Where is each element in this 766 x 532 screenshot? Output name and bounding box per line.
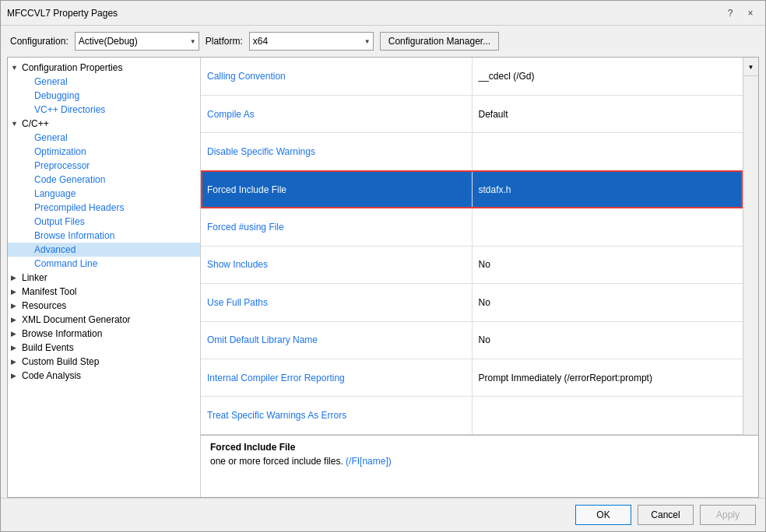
prop-name-error-report: Internal Compiler Error Reporting xyxy=(201,359,472,397)
cancel-button[interactable]: Cancel xyxy=(638,505,694,525)
tree-item-label: Language xyxy=(34,188,76,199)
tree-item-label: Resources xyxy=(22,300,66,311)
tree-expand-icon: ▶ xyxy=(11,302,20,310)
tree-item-label: Optimization xyxy=(34,146,86,157)
tree-item-linker[interactable]: ▶Linker xyxy=(8,271,200,285)
tree-item-browse-info[interactable]: ▶Browse Information xyxy=(8,327,200,341)
prop-value-error-report: Prompt Immediately (/errorReport:prompt) xyxy=(472,359,743,397)
tree-item-label: Command Line xyxy=(34,258,97,269)
tree-item-label: Browse Information xyxy=(34,230,114,241)
tree-expand-icon: ▶ xyxy=(11,344,20,352)
tree-item-cpp-output[interactable]: Output Files xyxy=(8,215,200,229)
desc-panel: Forced Include File one or more forced i… xyxy=(201,435,758,497)
tree-item-cpp-pch[interactable]: Precompiled Headers xyxy=(8,201,200,215)
props-row-error-report[interactable]: Internal Compiler Error ReportingPrompt … xyxy=(201,359,743,397)
props-table-wrapper: Calling Convention__cdecl (/Gd)Compile A… xyxy=(201,58,758,435)
title-bar: MFCCVL7 Property Pages ? × xyxy=(1,1,765,26)
prop-name-calling-conv: Calling Convention xyxy=(201,58,472,95)
props-panel: Calling Convention__cdecl (/Gd)Compile A… xyxy=(201,58,758,497)
tree-item-label: Browse Information xyxy=(22,328,102,339)
tree-item-label: Manifest Tool xyxy=(22,286,76,297)
tree-item-label: Custom Build Step xyxy=(22,356,99,367)
tree-item-vc-dirs[interactable]: VC++ Directories xyxy=(8,103,200,117)
tree-item-resources[interactable]: ▶Resources xyxy=(8,299,200,313)
dropdown-side: ▼ xyxy=(743,58,758,435)
ok-button[interactable]: OK xyxy=(575,505,631,525)
tree-expand-icon: ▶ xyxy=(11,372,20,380)
tree-item-cpp-preproc[interactable]: Preprocessor xyxy=(8,159,200,173)
tree-panel: ▼Configuration PropertiesGeneralDebuggin… xyxy=(8,58,201,497)
props-row-disable-warn[interactable]: Disable Specific Warnings xyxy=(201,133,743,170)
tree-item-cpp[interactable]: ▼C/C++ xyxy=(8,117,200,131)
prop-name-compile-as: Compile As xyxy=(201,95,472,132)
tree-expand-icon: ▶ xyxy=(11,288,20,296)
prop-name-full-paths: Use Full Paths xyxy=(201,284,472,321)
dialog-title: MFCCVL7 Property Pages xyxy=(7,8,118,19)
config-select[interactable]: Active(Debug) xyxy=(75,32,199,51)
tree-expand-icon: ▶ xyxy=(11,358,20,366)
tree-expand-icon: ▶ xyxy=(11,330,20,338)
config-select-wrapper: Active(Debug) xyxy=(75,32,199,51)
tree-item-label: C/C++ xyxy=(22,118,49,129)
tree-item-manifest[interactable]: ▶Manifest Tool xyxy=(8,285,200,299)
tree-item-label: XML Document Generator xyxy=(22,314,131,325)
prop-value-calling-conv: __cdecl (/Gd) xyxy=(472,58,743,95)
tree-item-cpp-advanced[interactable]: Advanced xyxy=(8,243,200,257)
tree-expand-icon: ▶ xyxy=(11,274,20,282)
prop-name-show-includes: Show Includes xyxy=(201,246,472,283)
tree-item-label: Advanced xyxy=(34,244,76,255)
platform-select[interactable]: x64 xyxy=(249,32,374,51)
property-pages-dialog: MFCCVL7 Property Pages ? × Configuration… xyxy=(0,0,766,532)
prop-name-omit-default: Omit Default Library Name xyxy=(201,321,472,359)
tree-item-cpp-codegen[interactable]: Code Generation xyxy=(8,173,200,187)
tree-item-label: Preprocessor xyxy=(34,160,90,171)
tree-item-label: General xyxy=(34,76,68,87)
desc-text: one or more forced include files. xyxy=(210,456,343,467)
tree-item-debugging[interactable]: Debugging xyxy=(8,89,200,103)
prop-value-treat-warn xyxy=(472,397,743,435)
platform-select-wrapper: x64 xyxy=(249,32,374,51)
prop-value-omit-default: No xyxy=(472,321,743,359)
tree-item-config-props[interactable]: ▼Configuration Properties xyxy=(8,61,200,75)
tree-item-label: General xyxy=(34,132,68,143)
tree-item-cpp-lang[interactable]: Language xyxy=(8,187,200,201)
tree-item-code-analysis[interactable]: ▶Code Analysis xyxy=(8,369,200,383)
tree-item-general[interactable]: General xyxy=(8,75,200,89)
prop-value-disable-warn xyxy=(472,133,743,170)
prop-name-forced-include: Forced Include File xyxy=(201,170,472,208)
tree-item-xml-doc[interactable]: ▶XML Document Generator xyxy=(8,313,200,327)
props-row-show-includes[interactable]: Show IncludesNo xyxy=(201,246,743,283)
tree-item-cpp-opt[interactable]: Optimization xyxy=(8,145,200,159)
prop-value-show-includes: No xyxy=(472,246,743,283)
config-label: Configuration: xyxy=(10,36,69,47)
tree-item-label: Precompiled Headers xyxy=(34,202,124,213)
props-row-calling-conv[interactable]: Calling Convention__cdecl (/Gd) xyxy=(201,58,743,95)
props-row-full-paths[interactable]: Use Full PathsNo xyxy=(201,284,743,321)
desc-title: Forced Include File xyxy=(210,442,749,453)
props-row-treat-warn[interactable]: Treat Specific Warnings As Errors xyxy=(201,397,743,435)
props-row-omit-default[interactable]: Omit Default Library NameNo xyxy=(201,321,743,359)
prop-value-compile-as: Default xyxy=(472,95,743,132)
tree-item-cpp-browse[interactable]: Browse Information xyxy=(8,229,200,243)
tree-item-cpp-general[interactable]: General xyxy=(8,131,200,145)
tree-item-custom-build[interactable]: ▶Custom Build Step xyxy=(8,355,200,369)
props-row-forced-using[interactable]: Forced #using File xyxy=(201,208,743,246)
config-manager-button[interactable]: Configuration Manager... xyxy=(380,32,499,51)
tree-expand-icon: ▼ xyxy=(11,64,20,72)
prop-value-full-paths: No xyxy=(472,284,743,321)
tree-item-label: Configuration Properties xyxy=(22,62,122,73)
props-row-compile-as[interactable]: Compile AsDefault xyxy=(201,95,743,132)
props-row-forced-include[interactable]: Forced Include Filestdafx.h xyxy=(201,170,743,208)
close-button[interactable]: × xyxy=(742,5,759,22)
side-dropdown-button[interactable]: ▼ xyxy=(743,59,758,76)
tree-item-label: Debugging xyxy=(34,90,79,101)
tree-item-build-events[interactable]: ▶Build Events xyxy=(8,341,200,355)
help-button[interactable]: ? xyxy=(722,5,739,22)
main-content: ▼Configuration PropertiesGeneralDebuggin… xyxy=(7,57,759,498)
apply-button[interactable]: Apply xyxy=(700,505,756,525)
prop-name-disable-warn: Disable Specific Warnings xyxy=(201,133,472,170)
tree-expand-icon: ▼ xyxy=(11,120,20,128)
tree-item-cpp-cmdline[interactable]: Command Line xyxy=(8,257,200,271)
prop-value-forced-include: stdafx.h xyxy=(472,170,743,208)
platform-label: Platform: xyxy=(206,36,243,47)
